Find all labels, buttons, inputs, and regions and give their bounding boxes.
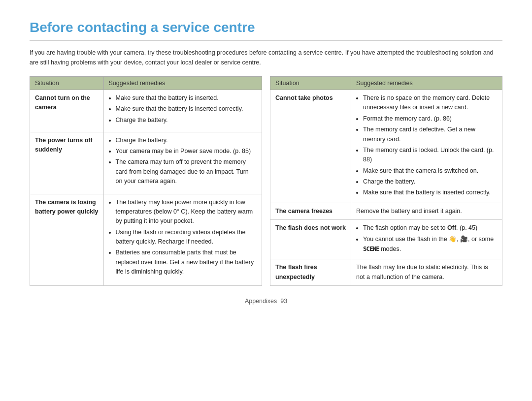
right-table: Situation Suggested remedies Cannot take…: [270, 76, 502, 286]
list-item: Make sure that the battery is inserted c…: [116, 104, 257, 114]
page-title: Before contacting a service centre: [30, 20, 502, 41]
table-row: The flash firesunexpectedly The flash ma…: [270, 259, 502, 286]
list-item: Your camera may be in Power save mode. (…: [116, 147, 257, 156]
remedies-cell: The flash option may be set to Off. (p. …: [351, 220, 502, 259]
situation-cell: The power turns offsuddenly: [30, 132, 104, 194]
list-item: Charge the battery.: [116, 136, 257, 145]
list-item: The camera may turn off to prevent the m…: [116, 157, 257, 186]
footer-text: Appendixes 93: [245, 298, 287, 305]
left-table-header-remedies: Suggested remedies: [103, 77, 262, 90]
remedies-cell: There is no space on the memory card. De…: [351, 90, 502, 203]
table-row: The camera freezes Remove the battery an…: [270, 203, 502, 219]
appendixes-label: Appendixes: [245, 298, 277, 305]
situation-cell: Cannot turn on thecamera: [30, 90, 104, 132]
right-table-header-remedies: Suggested remedies: [351, 77, 502, 90]
list-item: Charge the battery.: [116, 116, 257, 125]
list-item: The memory card is defective. Get a new …: [363, 125, 497, 144]
situation-cell: Cannot take photos: [270, 90, 351, 203]
list-item: The flash option may be set to Off. (p. …: [363, 223, 497, 233]
remedies-cell: The battery may lose power more quickly …: [103, 194, 262, 286]
table-row: Cannot turn on thecamera Make sure that …: [30, 90, 262, 132]
situation-cell: The camera is losingbattery power quickl…: [30, 194, 104, 286]
list-item: Format the memory card. (p. 86): [363, 114, 497, 123]
footer: Appendixes 93: [30, 298, 502, 305]
situation-cell: The flash firesunexpectedly: [270, 259, 351, 286]
table-row: The camera is losingbattery power quickl…: [30, 194, 262, 286]
list-item: There is no space on the memory card. De…: [363, 93, 497, 113]
intro-text: If you are having trouble with your came…: [30, 48, 502, 67]
remedies-cell: Charge the battery. Your camera may be i…: [103, 132, 262, 194]
list-item: Batteries are consumable parts that must…: [116, 248, 257, 277]
bold-text: Off: [447, 224, 456, 231]
left-table-header-situation: Situation: [30, 77, 104, 90]
situation-cell: The flash does not work: [270, 220, 351, 259]
tables-container: Situation Suggested remedies Cannot turn…: [30, 76, 502, 286]
table-row: The flash does not work The flash option…: [270, 220, 502, 259]
remedies-cell: The flash may fire due to static electri…: [351, 259, 502, 286]
left-table: Situation Suggested remedies Cannot turn…: [30, 76, 262, 286]
remedies-cell: Remove the battery and insert it again.: [351, 203, 502, 219]
table-row: Cannot take photos There is no space on …: [270, 90, 502, 203]
right-table-header-situation: Situation: [270, 77, 351, 90]
scene-icon: SCENE: [363, 245, 379, 252]
page-number: 93: [280, 298, 287, 305]
situation-cell: The camera freezes: [270, 203, 351, 219]
remedies-cell: Make sure that the battery is inserted. …: [103, 90, 262, 132]
list-item: You cannot use the flash in the 👋, 🎥, or…: [363, 235, 497, 254]
list-item: Make sure that the battery is inserted.: [116, 93, 257, 103]
list-item: Make sure that the battery is inserted c…: [363, 188, 497, 197]
list-item: The battery may lose power more quickly …: [116, 198, 257, 226]
list-item: Make sure that the camera is switched on…: [363, 166, 497, 176]
list-item: The memory card is locked. Unlock the ca…: [363, 146, 497, 165]
list-item: Charge the battery.: [363, 177, 497, 186]
page: Before contacting a service centre If yo…: [0, 0, 532, 319]
table-row: The power turns offsuddenly Charge the b…: [30, 132, 262, 194]
list-item: Using the flash or recording videos depl…: [116, 228, 257, 247]
